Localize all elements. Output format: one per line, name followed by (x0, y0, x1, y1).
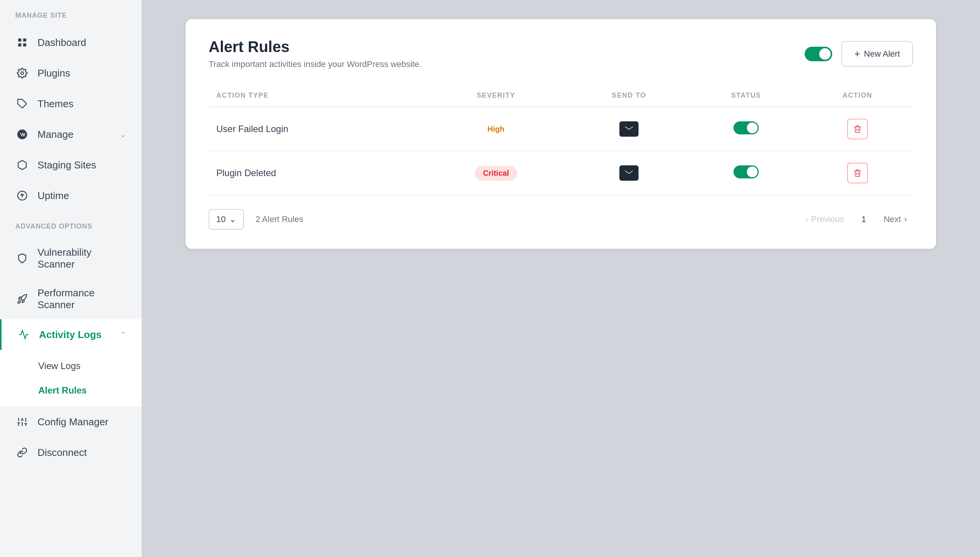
sidebar-item-activity-label: Activity Logs (39, 329, 101, 341)
puzzle-icon (15, 97, 29, 111)
shield-icon (15, 252, 29, 265)
send-to-cell (568, 107, 690, 151)
status-cell (690, 151, 802, 195)
severity-badge-high: High (479, 122, 513, 137)
sidebar-item-uptime[interactable]: Uptime (0, 180, 142, 211)
svg-rect-2 (18, 43, 21, 46)
grid-icon (15, 36, 29, 49)
table-row: Plugin Deleted Critical (209, 151, 913, 195)
send-to-cell (568, 151, 690, 195)
email-icon (619, 121, 639, 137)
sidebar-item-manage-label: Manage (38, 129, 74, 140)
sidebar-item-performance-label: Performance Scanner (38, 287, 126, 311)
cube-icon (15, 158, 29, 172)
pagination-bar: 10 ⌄ 2 Alert Rules ‹ Previous 1 Next › (209, 209, 913, 230)
per-page-selector[interactable]: 10 ⌄ (209, 209, 244, 230)
table-row: User Failed Login High (209, 107, 913, 151)
chevron-down-icon: ⌄ (229, 214, 236, 224)
sidebar-item-disconnect-label: Disconnect (38, 447, 87, 459)
alert-rules-toggle[interactable] (805, 47, 832, 61)
svg-rect-20 (624, 170, 634, 176)
gear-icon (15, 66, 29, 80)
sliders-icon (15, 415, 29, 429)
action-cell (802, 151, 913, 195)
row-toggle-2[interactable] (733, 165, 759, 178)
sidebar-item-config-label: Config Manager (38, 416, 108, 428)
svg-rect-1 (23, 39, 26, 42)
new-alert-label: New Alert (864, 49, 900, 59)
new-alert-button[interactable]: + New Alert (841, 41, 913, 67)
col-action: ACTION (802, 85, 913, 107)
svg-rect-19 (624, 126, 634, 132)
activity-logs-submenu: View Logs Alert Rules (0, 350, 142, 407)
sidebar-submenu-view-logs[interactable]: View Logs (0, 354, 142, 378)
sidebar-item-manage[interactable]: Manage ⌄ (0, 119, 142, 150)
link-icon (15, 446, 29, 459)
page-subtitle: Track important activities inside your W… (209, 59, 421, 69)
status-cell (690, 107, 802, 151)
per-page-value: 10 (216, 214, 225, 224)
sidebar-item-staging-label: Staging Sites (38, 159, 96, 171)
sidebar-item-themes-label: Themes (38, 98, 74, 110)
sidebar-item-performance-scanner[interactable]: Performance Scanner (0, 279, 142, 319)
sidebar-submenu-alert-rules[interactable]: Alert Rules (0, 378, 142, 403)
svg-point-4 (21, 72, 24, 75)
sidebar-item-plugins-label: Plugins (38, 67, 70, 79)
table-header-row: ACTION TYPE SEVERITY SEND TO STATUS ACTI… (209, 85, 913, 107)
svg-rect-3 (23, 43, 26, 46)
alert-rules-table: ACTION TYPE SEVERITY SEND TO STATUS ACTI… (209, 85, 913, 195)
sidebar-item-disconnect[interactable]: Disconnect (0, 437, 142, 468)
col-send-to: SEND TO (568, 85, 690, 107)
next-button[interactable]: Next › (877, 211, 913, 227)
col-status: STATUS (690, 85, 802, 107)
chevron-up-icon: ⌃ (120, 330, 126, 339)
sidebar-item-dashboard-label: Dashboard (38, 37, 86, 49)
wp-icon (15, 127, 29, 141)
chevron-left-icon: ‹ (805, 214, 808, 224)
chevron-right-icon: › (904, 214, 907, 224)
sidebar-item-config-manager[interactable]: Config Manager (0, 407, 142, 437)
email-icon (619, 165, 639, 181)
manage-site-label: MANAGE SITE (0, 11, 142, 27)
sidebar-item-themes[interactable]: Themes (0, 88, 142, 119)
activity-icon (17, 328, 31, 341)
alert-rules-card: Alert Rules Track important activities i… (186, 19, 936, 249)
arrow-up-icon (15, 189, 29, 203)
severity-badge-critical: Critical (475, 166, 518, 181)
previous-button[interactable]: ‹ Previous (799, 211, 850, 227)
sidebar-item-plugins[interactable]: Plugins (0, 58, 142, 88)
severity-cell: High (424, 107, 568, 151)
row-toggle-1[interactable] (733, 121, 759, 134)
action-type-cell: User Failed Login (209, 107, 424, 151)
pagination-nav: ‹ Previous 1 Next › (799, 211, 913, 227)
page-title: Alert Rules (209, 38, 421, 56)
rocket-icon (15, 292, 29, 306)
delete-button-2[interactable] (847, 163, 868, 183)
card-header-actions: + New Alert (805, 41, 913, 67)
sidebar-item-dashboard[interactable]: Dashboard (0, 27, 142, 58)
current-page: 1 (857, 214, 871, 224)
sidebar: MANAGE SITE Dashboard Plugins Themes Man… (0, 0, 142, 557)
sidebar-item-vulnerability-label: Vulnerability Scanner (38, 247, 126, 270)
sidebar-item-staging-sites[interactable]: Staging Sites (0, 150, 142, 180)
col-severity: SEVERITY (424, 85, 568, 107)
advanced-options-label: ADVANCED OPTIONS (0, 222, 142, 238)
card-title-block: Alert Rules Track important activities i… (209, 38, 421, 69)
delete-button-1[interactable] (847, 119, 868, 139)
sidebar-item-uptime-label: Uptime (38, 190, 69, 202)
sidebar-item-vulnerability-scanner[interactable]: Vulnerability Scanner (0, 238, 142, 279)
plus-icon: + (854, 48, 860, 60)
previous-label: Previous (811, 214, 844, 224)
col-action-type: ACTION TYPE (209, 85, 424, 107)
alert-count: 2 Alert Rules (255, 214, 303, 224)
action-type-cell: Plugin Deleted (209, 151, 424, 195)
svg-rect-0 (18, 39, 21, 42)
main-content: Alert Rules Track important activities i… (142, 0, 980, 557)
action-cell (802, 107, 913, 151)
chevron-down-icon: ⌄ (120, 130, 126, 139)
sidebar-item-activity-logs[interactable]: Activity Logs ⌃ (0, 319, 142, 350)
next-label: Next (884, 214, 901, 224)
severity-cell: Critical (424, 151, 568, 195)
card-header: Alert Rules Track important activities i… (209, 38, 913, 69)
